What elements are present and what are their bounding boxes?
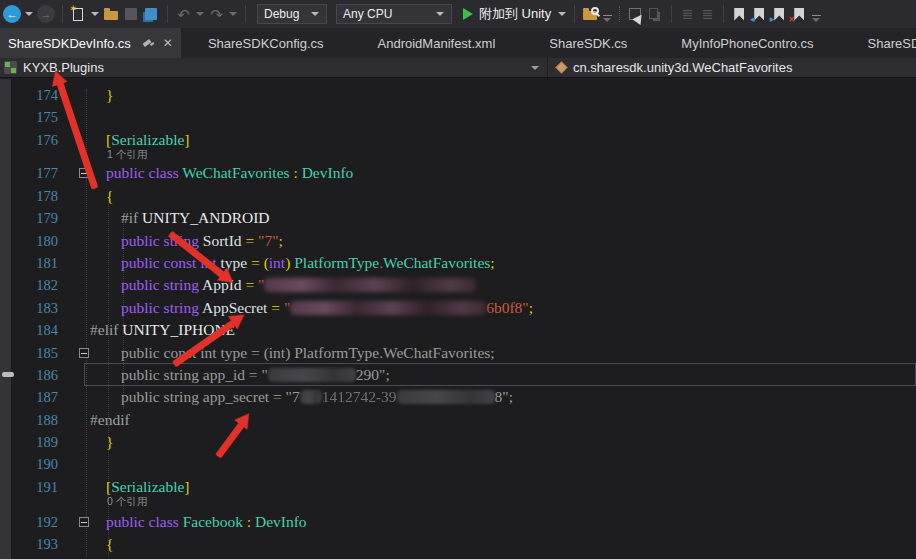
line-number: 182 (14, 274, 58, 296)
line-number: 185 (14, 342, 58, 364)
code-line-187[interactable]: 187public string app_secret = "71412742-… (0, 386, 916, 408)
csharp-project-icon (4, 61, 17, 74)
code-line-175[interactable]: 175 (0, 106, 916, 128)
project-scope-dropdown[interactable]: KYXB.Plugins (0, 58, 548, 77)
line-number: 188 (14, 409, 58, 431)
undo-icon[interactable]: ↶ (175, 6, 192, 23)
code-line-177[interactable]: 177public class WeChatFavorites : DevInf… (0, 162, 916, 184)
attach-to-unity-label: 附加到 Unity (479, 5, 551, 23)
code-text: public string AppId = " (121, 274, 476, 296)
attach-to-unity-button[interactable]: 附加到 Unity (463, 5, 567, 23)
code-text: #endif (90, 409, 130, 431)
toolbar-overflow-icon[interactable] (811, 15, 821, 22)
vs-window: ← → ✶ ↶ ↷ Debug Any CPU 附加到 Unity (0, 0, 916, 559)
code-line-190[interactable]: 190 (0, 453, 916, 475)
configuration-dropdown[interactable]: Debug (257, 4, 327, 24)
line-marker (2, 372, 14, 377)
tab-label: ShareSDKConfig.cs (868, 36, 916, 51)
line-number: 189 (14, 431, 58, 453)
find-dropdown-icon[interactable] (602, 15, 612, 22)
type-scope-dropdown[interactable]: cn.sharesdk.unity3d.WeChatFavorites (548, 58, 916, 77)
save-all-icon[interactable] (143, 6, 160, 23)
line-number: 193 (14, 533, 58, 555)
toolbar-separator (62, 5, 63, 23)
code-line-189[interactable]: 189} (0, 431, 916, 453)
code-line-185[interactable]: 185public const int type = (int) Platfor… (0, 342, 916, 364)
code-line-178[interactable]: 178{ (0, 185, 916, 207)
navigate-cursor-icon[interactable] (627, 6, 644, 23)
collapse-icon[interactable] (79, 517, 89, 527)
line-number: 187 (14, 386, 58, 408)
redaction-blur (290, 301, 486, 315)
pin-icon[interactable] (141, 36, 155, 50)
line-number: 178 (14, 185, 58, 207)
tab-label: AndroidManifest.xml (378, 36, 496, 51)
open-folder-icon[interactable] (103, 6, 120, 23)
next-bookmark-icon[interactable]: ► (771, 6, 788, 23)
platform-dropdown[interactable]: Any CPU (336, 4, 452, 24)
tab-sharesdkdevinfo-cs[interactable]: ShareSDKDevInfo.cs✕ (0, 28, 181, 58)
code-line-186[interactable]: 186public string app_id = "290"; (0, 364, 916, 386)
line-number: 181 (14, 252, 58, 274)
tab-myinfophonecontro-cs[interactable]: MyInfoPhoneContro.cs (654, 28, 840, 58)
redaction-blur (264, 278, 476, 292)
code-line-193[interactable]: 193{ (0, 533, 916, 555)
tab-sharesdkconfig-cs[interactable]: ShareSDKConfig.cs (841, 28, 916, 58)
code-line-180[interactable]: 180public string SortId = "7"; (0, 230, 916, 252)
line-number: 186 (14, 364, 58, 386)
new-file-dropdown-icon[interactable] (91, 12, 99, 16)
tab-sharesdk-cs[interactable]: ShareSDK.cs (522, 28, 654, 58)
find-in-files-icon[interactable] (582, 6, 599, 23)
line-number: 180 (14, 230, 58, 252)
toolbar-separator (723, 5, 724, 23)
tab-sharesdkconfig-cs[interactable]: ShareSDKConfig.cs (181, 28, 351, 58)
save-icon[interactable] (123, 6, 140, 23)
code-text: public class Facebook : DevInfo (106, 511, 307, 533)
code-line-184[interactable]: 184#elif UNITY_IPHONE (0, 319, 916, 341)
code-text: public string AppSecret = "6b0f8"; (121, 297, 533, 319)
tab-androidmanifest-xml[interactable]: AndroidManifest.xml (351, 28, 523, 58)
redaction-blur (300, 390, 322, 404)
toolbar-separator (671, 5, 672, 23)
codelens-references[interactable]: 1 个引用 (107, 147, 147, 162)
navigate-forward-icon[interactable]: → (37, 5, 55, 23)
tab-bar: ShareSDKDevInfo.cs✕ShareSDKConfig.csAndr… (0, 28, 916, 58)
navigate-back-icon[interactable]: ← (3, 5, 21, 23)
increase-indent-icon[interactable]: ≣ (699, 6, 716, 23)
decrease-indent-icon[interactable]: ≣ (679, 6, 696, 23)
toolbar: ← → ✶ ↶ ↷ Debug Any CPU 附加到 Unity (0, 0, 916, 28)
line-number: 179 (14, 207, 58, 229)
previous-bookmark-icon[interactable]: ◄ (751, 6, 768, 23)
collapse-icon[interactable] (79, 348, 89, 358)
code-text: public string SortId = "7"; (121, 230, 283, 252)
navigation-bar: KYXB.Plugins cn.sharesdk.unity3d.WeChatF… (0, 58, 916, 78)
line-number: 175 (14, 106, 58, 128)
code-line-188[interactable]: 188#endif (0, 409, 916, 431)
copy-documents-icon[interactable] (647, 6, 664, 23)
class-icon (555, 61, 567, 73)
navigate-back-dropdown-icon[interactable] (25, 12, 33, 16)
code-editor[interactable]: 174}175176[Serializable]1 个引用177public c… (0, 79, 916, 559)
code-text: { (106, 533, 113, 555)
code-line-183[interactable]: 183public string AppSecret = "6b0f8"; (0, 297, 916, 319)
codelens-references[interactable]: 0 个引用 (107, 494, 147, 509)
code-text: } (106, 431, 113, 453)
line-number: 183 (14, 297, 58, 319)
toggle-bookmark-icon[interactable] (731, 6, 748, 23)
close-icon[interactable]: ✕ (163, 36, 173, 50)
undo-dropdown-icon[interactable] (196, 12, 204, 16)
code-line-182[interactable]: 182public string AppId = " (0, 274, 916, 296)
attach-dropdown-icon[interactable] (558, 12, 566, 16)
code-line-192[interactable]: 192public class Facebook : DevInfo (0, 511, 916, 533)
clear-bookmarks-icon[interactable]: ✕ (791, 6, 808, 23)
code-text: public string app_secret = "71412742-398… (121, 386, 513, 408)
redo-dropdown-icon[interactable] (229, 12, 237, 16)
new-file-icon[interactable]: ✶ (70, 6, 87, 23)
code-line-174[interactable]: 174} (0, 84, 916, 106)
code-line-179[interactable]: 179#if UNITY_ANDROID (0, 207, 916, 229)
toolbar-separator (574, 5, 575, 23)
code-line-181[interactable]: 181public const int type = (int) Platfor… (0, 252, 916, 274)
code-text: } (106, 84, 113, 106)
tab-label: MyInfoPhoneContro.cs (681, 36, 813, 51)
redo-icon[interactable]: ↷ (208, 6, 225, 23)
